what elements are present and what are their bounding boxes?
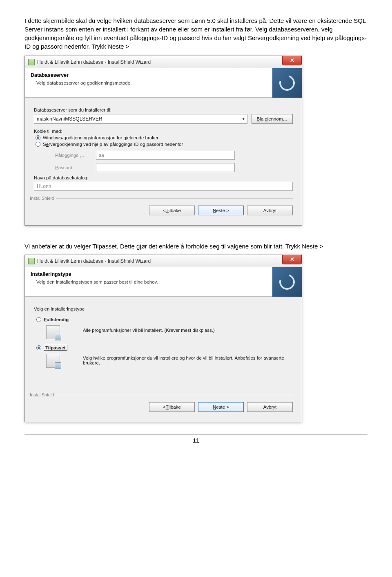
radio-icon [36, 135, 40, 140]
install-to-label: Databaseserver som du installerer til: [34, 107, 293, 112]
password-label: Passord: [55, 165, 92, 170]
close-button[interactable]: ✕ [282, 56, 302, 65]
cancel-button[interactable]: Avbryt [247, 402, 293, 412]
swirl-icon [276, 271, 298, 293]
password-input[interactable] [96, 163, 235, 172]
close-icon: ✕ [290, 256, 294, 262]
back-button[interactable]: < Tilbake [149, 402, 195, 412]
dialog-body: Velg en installeringstype Fullstendig Al… [25, 297, 302, 422]
installshield-label: InstallShield [30, 392, 293, 397]
radio-windows-auth[interactable]: Windows-godkjenningsinformasjon for gjel… [36, 135, 293, 140]
wizard-icon [28, 258, 35, 264]
next-button[interactable]: Neste > [198, 402, 244, 412]
titlebar: Huldt & Lillevik Lønn database - Install… [25, 255, 302, 267]
dialog-title: Huldt & Lillevik Lønn database - Install… [37, 59, 151, 65]
close-icon: ✕ [290, 57, 294, 63]
dialog-database-server: Huldt & Lillevik Lønn database - Install… [24, 56, 302, 226]
brand-logo [272, 267, 302, 297]
header-subtitle: Velg den installeringstypen som passer b… [36, 280, 296, 284]
chevron-down-icon: ▼ [242, 117, 245, 121]
radio-full[interactable]: Fullstendig [36, 317, 69, 322]
radio-custom[interactable]: Tilpasset [36, 345, 67, 351]
login-input[interactable]: sa [96, 151, 235, 160]
custom-description: Velg hvilke programfunksjoner du vil ins… [83, 345, 293, 365]
dialog-install-type: Huldt & Lillevik Lønn database - Install… [24, 255, 302, 422]
connect-label: Koble til med: [34, 129, 293, 134]
header-title: Databaseserver [31, 72, 296, 78]
titlebar: Huldt & Lillevik Lønn database - Install… [25, 56, 302, 68]
page-number: 11 [24, 434, 368, 444]
dialog-title: Huldt & Lillevik Lønn database - Install… [37, 258, 151, 264]
header-title: Installeringstype [31, 271, 296, 277]
dialog-header: Installeringstype Velg den installerings… [25, 267, 302, 297]
catalog-input[interactable]: HLonn [34, 182, 293, 191]
setup-custom-icon [46, 354, 60, 368]
brand-logo [272, 68, 302, 98]
server-combo[interactable]: maskinNavn\MSSQLSERVER ▼ [34, 114, 247, 124]
dialog-header: Databaseserver Velg databaseserver og go… [25, 68, 302, 98]
intro-paragraph: I dette skjermbilde skal du velge hvilke… [24, 16, 368, 51]
installshield-label: InstallShield [30, 196, 293, 201]
radio-icon [36, 317, 41, 322]
header-subtitle: Velg databaseserver og godkjenningsmetod… [36, 81, 296, 85]
radio-icon [36, 345, 41, 350]
swirl-icon [276, 72, 298, 94]
next-button[interactable]: Neste > [198, 206, 244, 215]
close-button[interactable]: ✕ [282, 255, 302, 264]
wizard-icon [28, 59, 35, 65]
mid-paragraph: Vi anbefaler at du velger Tilpasset. Det… [24, 242, 368, 250]
radio-icon [36, 142, 40, 147]
catalog-label: Navn på databasekatalog: [34, 175, 293, 180]
browse-button[interactable]: BBla gjennom…la gjennom… [252, 114, 293, 124]
login-label: Påloggings-,… [55, 153, 92, 158]
server-combo-value: maskinNavn\MSSQLSERVER [37, 116, 102, 122]
setup-full-icon [46, 325, 60, 339]
choose-type-label: Velg en installeringstype [34, 306, 293, 311]
dialog-body: Databaseserver som du installerer til: m… [25, 98, 302, 225]
radio-server-auth[interactable]: Servergodkjenning ved hjelp av pålogging… [36, 142, 293, 147]
full-description: Alle programfunksjoner vil bli installer… [83, 317, 293, 333]
cancel-button[interactable]: Avbryt [247, 206, 293, 215]
back-button[interactable]: < Tilbake [149, 206, 195, 215]
